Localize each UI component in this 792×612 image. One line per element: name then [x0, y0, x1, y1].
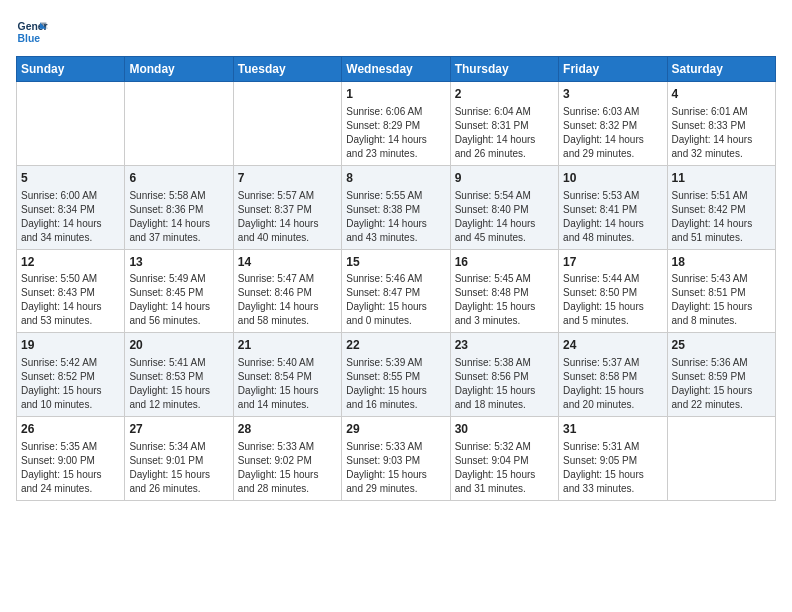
- calendar-cell: 1Sunrise: 6:06 AM Sunset: 8:29 PM Daylig…: [342, 82, 450, 166]
- calendar-cell: 23Sunrise: 5:38 AM Sunset: 8:56 PM Dayli…: [450, 333, 558, 417]
- calendar-cell: 16Sunrise: 5:45 AM Sunset: 8:48 PM Dayli…: [450, 249, 558, 333]
- day-info: Sunrise: 5:38 AM Sunset: 8:56 PM Dayligh…: [455, 356, 554, 412]
- day-number: 15: [346, 254, 445, 271]
- calendar-cell: 14Sunrise: 5:47 AM Sunset: 8:46 PM Dayli…: [233, 249, 341, 333]
- weekday-header-sunday: Sunday: [17, 57, 125, 82]
- day-number: 20: [129, 337, 228, 354]
- day-info: Sunrise: 5:33 AM Sunset: 9:02 PM Dayligh…: [238, 440, 337, 496]
- calendar-cell: 19Sunrise: 5:42 AM Sunset: 8:52 PM Dayli…: [17, 333, 125, 417]
- day-number: 29: [346, 421, 445, 438]
- day-number: 31: [563, 421, 662, 438]
- week-row-2: 5Sunrise: 6:00 AM Sunset: 8:34 PM Daylig…: [17, 165, 776, 249]
- day-number: 2: [455, 86, 554, 103]
- day-info: Sunrise: 6:00 AM Sunset: 8:34 PM Dayligh…: [21, 189, 120, 245]
- calendar-cell: 27Sunrise: 5:34 AM Sunset: 9:01 PM Dayli…: [125, 417, 233, 501]
- day-number: 18: [672, 254, 771, 271]
- day-number: 23: [455, 337, 554, 354]
- day-number: 16: [455, 254, 554, 271]
- day-info: Sunrise: 5:42 AM Sunset: 8:52 PM Dayligh…: [21, 356, 120, 412]
- calendar-cell: 17Sunrise: 5:44 AM Sunset: 8:50 PM Dayli…: [559, 249, 667, 333]
- calendar-cell: [233, 82, 341, 166]
- day-info: Sunrise: 5:51 AM Sunset: 8:42 PM Dayligh…: [672, 189, 771, 245]
- calendar-cell: 28Sunrise: 5:33 AM Sunset: 9:02 PM Dayli…: [233, 417, 341, 501]
- day-info: Sunrise: 5:35 AM Sunset: 9:00 PM Dayligh…: [21, 440, 120, 496]
- calendar-cell: 4Sunrise: 6:01 AM Sunset: 8:33 PM Daylig…: [667, 82, 775, 166]
- logo-icon: General Blue: [16, 16, 48, 48]
- day-info: Sunrise: 5:34 AM Sunset: 9:01 PM Dayligh…: [129, 440, 228, 496]
- calendar-cell: 7Sunrise: 5:57 AM Sunset: 8:37 PM Daylig…: [233, 165, 341, 249]
- day-info: Sunrise: 5:31 AM Sunset: 9:05 PM Dayligh…: [563, 440, 662, 496]
- calendar-cell: 25Sunrise: 5:36 AM Sunset: 8:59 PM Dayli…: [667, 333, 775, 417]
- day-info: Sunrise: 5:49 AM Sunset: 8:45 PM Dayligh…: [129, 272, 228, 328]
- day-info: Sunrise: 5:40 AM Sunset: 8:54 PM Dayligh…: [238, 356, 337, 412]
- day-number: 24: [563, 337, 662, 354]
- weekday-header-row: SundayMondayTuesdayWednesdayThursdayFrid…: [17, 57, 776, 82]
- day-number: 25: [672, 337, 771, 354]
- calendar-cell: [125, 82, 233, 166]
- calendar-cell: 3Sunrise: 6:03 AM Sunset: 8:32 PM Daylig…: [559, 82, 667, 166]
- day-info: Sunrise: 5:46 AM Sunset: 8:47 PM Dayligh…: [346, 272, 445, 328]
- calendar-cell: 5Sunrise: 6:00 AM Sunset: 8:34 PM Daylig…: [17, 165, 125, 249]
- day-info: Sunrise: 5:57 AM Sunset: 8:37 PM Dayligh…: [238, 189, 337, 245]
- day-info: Sunrise: 6:06 AM Sunset: 8:29 PM Dayligh…: [346, 105, 445, 161]
- calendar-cell: 21Sunrise: 5:40 AM Sunset: 8:54 PM Dayli…: [233, 333, 341, 417]
- calendar-cell: 8Sunrise: 5:55 AM Sunset: 8:38 PM Daylig…: [342, 165, 450, 249]
- weekday-header-saturday: Saturday: [667, 57, 775, 82]
- day-info: Sunrise: 5:39 AM Sunset: 8:55 PM Dayligh…: [346, 356, 445, 412]
- calendar-cell: 13Sunrise: 5:49 AM Sunset: 8:45 PM Dayli…: [125, 249, 233, 333]
- day-number: 3: [563, 86, 662, 103]
- day-number: 6: [129, 170, 228, 187]
- calendar-cell: 29Sunrise: 5:33 AM Sunset: 9:03 PM Dayli…: [342, 417, 450, 501]
- day-number: 17: [563, 254, 662, 271]
- day-number: 13: [129, 254, 228, 271]
- calendar-cell: 11Sunrise: 5:51 AM Sunset: 8:42 PM Dayli…: [667, 165, 775, 249]
- calendar-cell: 30Sunrise: 5:32 AM Sunset: 9:04 PM Dayli…: [450, 417, 558, 501]
- day-info: Sunrise: 5:47 AM Sunset: 8:46 PM Dayligh…: [238, 272, 337, 328]
- day-info: Sunrise: 5:53 AM Sunset: 8:41 PM Dayligh…: [563, 189, 662, 245]
- day-info: Sunrise: 5:41 AM Sunset: 8:53 PM Dayligh…: [129, 356, 228, 412]
- calendar-cell: 31Sunrise: 5:31 AM Sunset: 9:05 PM Dayli…: [559, 417, 667, 501]
- calendar-cell: [667, 417, 775, 501]
- day-info: Sunrise: 5:50 AM Sunset: 8:43 PM Dayligh…: [21, 272, 120, 328]
- calendar-cell: 9Sunrise: 5:54 AM Sunset: 8:40 PM Daylig…: [450, 165, 558, 249]
- week-row-5: 26Sunrise: 5:35 AM Sunset: 9:00 PM Dayli…: [17, 417, 776, 501]
- week-row-4: 19Sunrise: 5:42 AM Sunset: 8:52 PM Dayli…: [17, 333, 776, 417]
- svg-text:Blue: Blue: [18, 33, 41, 44]
- weekday-header-wednesday: Wednesday: [342, 57, 450, 82]
- weekday-header-friday: Friday: [559, 57, 667, 82]
- day-number: 26: [21, 421, 120, 438]
- day-number: 22: [346, 337, 445, 354]
- weekday-header-thursday: Thursday: [450, 57, 558, 82]
- day-info: Sunrise: 6:04 AM Sunset: 8:31 PM Dayligh…: [455, 105, 554, 161]
- day-number: 28: [238, 421, 337, 438]
- day-info: Sunrise: 5:54 AM Sunset: 8:40 PM Dayligh…: [455, 189, 554, 245]
- calendar-cell: 10Sunrise: 5:53 AM Sunset: 8:41 PM Dayli…: [559, 165, 667, 249]
- day-info: Sunrise: 5:36 AM Sunset: 8:59 PM Dayligh…: [672, 356, 771, 412]
- day-info: Sunrise: 6:01 AM Sunset: 8:33 PM Dayligh…: [672, 105, 771, 161]
- day-number: 27: [129, 421, 228, 438]
- calendar-cell: 15Sunrise: 5:46 AM Sunset: 8:47 PM Dayli…: [342, 249, 450, 333]
- calendar-cell: 12Sunrise: 5:50 AM Sunset: 8:43 PM Dayli…: [17, 249, 125, 333]
- day-number: 7: [238, 170, 337, 187]
- day-number: 1: [346, 86, 445, 103]
- day-number: 21: [238, 337, 337, 354]
- week-row-3: 12Sunrise: 5:50 AM Sunset: 8:43 PM Dayli…: [17, 249, 776, 333]
- day-info: Sunrise: 5:55 AM Sunset: 8:38 PM Dayligh…: [346, 189, 445, 245]
- week-row-1: 1Sunrise: 6:06 AM Sunset: 8:29 PM Daylig…: [17, 82, 776, 166]
- calendar-cell: [17, 82, 125, 166]
- day-info: Sunrise: 5:43 AM Sunset: 8:51 PM Dayligh…: [672, 272, 771, 328]
- day-number: 8: [346, 170, 445, 187]
- calendar-cell: 22Sunrise: 5:39 AM Sunset: 8:55 PM Dayli…: [342, 333, 450, 417]
- day-number: 4: [672, 86, 771, 103]
- day-info: Sunrise: 5:44 AM Sunset: 8:50 PM Dayligh…: [563, 272, 662, 328]
- calendar-table: SundayMondayTuesdayWednesdayThursdayFrid…: [16, 56, 776, 501]
- calendar-cell: 24Sunrise: 5:37 AM Sunset: 8:58 PM Dayli…: [559, 333, 667, 417]
- day-number: 19: [21, 337, 120, 354]
- day-info: Sunrise: 5:45 AM Sunset: 8:48 PM Dayligh…: [455, 272, 554, 328]
- day-info: Sunrise: 5:32 AM Sunset: 9:04 PM Dayligh…: [455, 440, 554, 496]
- calendar-cell: 6Sunrise: 5:58 AM Sunset: 8:36 PM Daylig…: [125, 165, 233, 249]
- day-number: 9: [455, 170, 554, 187]
- weekday-header-monday: Monday: [125, 57, 233, 82]
- weekday-header-tuesday: Tuesday: [233, 57, 341, 82]
- day-info: Sunrise: 6:03 AM Sunset: 8:32 PM Dayligh…: [563, 105, 662, 161]
